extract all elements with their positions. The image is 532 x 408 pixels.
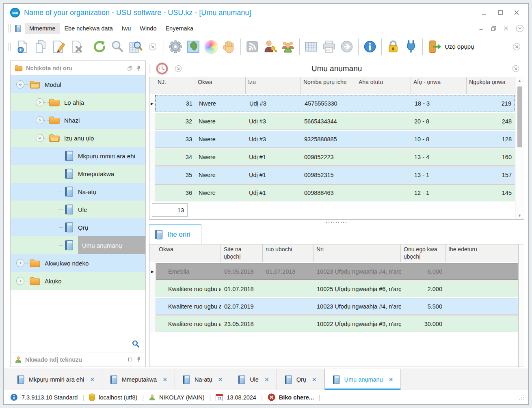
col-izu[interactable]: Izu	[246, 77, 301, 94]
tree-item-izu-anu-ulo[interactable]: Ịzụ anụ ụlọ	[11, 129, 145, 147]
close-tab-icon[interactable]: ✕	[90, 376, 95, 383]
table-row[interactable]: ▶ Emebila 09.05.2018 01.07.2018 10023 Ụf…	[149, 263, 518, 280]
collapse-icon[interactable]	[16, 80, 24, 89]
mdi-restore-button[interactable]	[491, 26, 497, 32]
close-tab-icon[interactable]: ✕	[312, 376, 317, 383]
search-in-table-button[interactable]	[126, 38, 144, 56]
print-button[interactable]	[320, 38, 338, 56]
toolbar-grip[interactable]	[9, 43, 11, 51]
expand-icon[interactable]	[36, 116, 44, 124]
go-next-button[interactable]	[338, 38, 356, 56]
scroll-down-icon[interactable]: ▼	[518, 213, 521, 218]
tree-item-akuko[interactable]: Akụkọ	[11, 272, 145, 290]
expand-icon[interactable]	[16, 277, 24, 285]
table-row[interactable]: 34 Nwere Ụdị #1 009852223 13 - 4 160	[149, 149, 515, 166]
window-tab-mmeputakwa[interactable]: Mmeputakwa ✕	[102, 369, 175, 390]
feed-button[interactable]	[243, 38, 261, 56]
tree-item-ule[interactable]: Ule	[11, 201, 145, 218]
col-ihe-edeturu[interactable]: Ihe edeturu	[445, 244, 518, 262]
exit-button[interactable]: Ụzọ ọpụpụ	[425, 39, 476, 54]
copy-record-button[interactable]	[32, 38, 50, 56]
collapse-icon[interactable]	[36, 134, 44, 142]
close-tab-icon[interactable]: ✕	[389, 376, 394, 383]
tree-search-icon[interactable]	[132, 340, 140, 348]
menu-windo[interactable]: Windo	[135, 23, 161, 34]
col-nri[interactable]: Nri	[314, 244, 401, 262]
database-label[interactable]: localhost (utf8)	[99, 394, 137, 401]
user-access-button[interactable]	[261, 38, 279, 56]
tree-item-modul[interactable]: Modul	[11, 76, 145, 93]
maximize-button[interactable]	[494, 8, 506, 17]
color-theme-button[interactable]	[202, 38, 220, 56]
window-tab-ule[interactable]: Ule ✕	[230, 369, 277, 390]
col-ruo-ubochi[interactable]: ruo ụbọchị	[263, 244, 314, 262]
support-panel-header[interactable]: Nkwado ndị teknuzu	[11, 352, 145, 367]
scroll-up-icon[interactable]: ▲	[518, 78, 521, 83]
menu-mmemme[interactable]: Mmemme	[25, 23, 60, 34]
table-view-button[interactable]	[302, 38, 320, 56]
user-label[interactable]: NIKOLAY (MAIN)	[159, 394, 204, 401]
close-tab-icon[interactable]: ✕	[264, 376, 269, 383]
panel-restore-icon[interactable]	[127, 65, 133, 71]
tree-item-oru[interactable]: Ọrụ	[11, 218, 145, 236]
panel-maximize-icon[interactable]	[128, 357, 133, 362]
menu-iwu[interactable]: Iwu	[117, 23, 136, 34]
toolbar1-overflow-chevron-icon[interactable]	[147, 41, 158, 52]
menu-ebe-nchekwa-data[interactable]: Ebe nchekwa data	[60, 23, 117, 34]
table-row[interactable]: Kwalitere ruo ugbu a 01.07.2018 10025 Ụf…	[149, 281, 518, 297]
col-onu-ego[interactable]: Ọnụ ego kwa ụbọchị	[401, 244, 445, 262]
minimize-button[interactable]	[478, 8, 490, 17]
lock-button[interactable]	[384, 38, 402, 56]
settings-gear-button[interactable]	[167, 38, 184, 56]
new-record-button[interactable]	[14, 38, 32, 56]
users-group-button[interactable]	[279, 38, 297, 56]
table-row[interactable]: 35 Nwere Ụdị #1 009852315 13 - 1 157	[149, 166, 515, 183]
table-row[interactable]: 36 Nwere Ụdị #1 009888463 12 - 1 145	[149, 184, 515, 201]
hand-drag-button[interactable]	[220, 38, 238, 56]
table-row[interactable]: Kwalitere ruo ugbu a 23.05.2018 10022 Ụf…	[149, 315, 518, 332]
close-tab-icon[interactable]: ✕	[218, 376, 223, 383]
info-button[interactable]	[361, 38, 379, 56]
col-site-na-ubochi[interactable]: Site na ụbọchị	[221, 244, 263, 262]
vertical-scrollbar-track[interactable]	[518, 244, 524, 367]
tree-item-na-atu[interactable]: Na-atụ	[11, 183, 145, 201]
scrollbar-thumb[interactable]	[517, 86, 522, 147]
mdi-minimize-button[interactable]	[478, 26, 484, 31]
menu-overflow-chevron-icon[interactable]	[515, 24, 524, 33]
expand-icon[interactable]	[36, 98, 44, 106]
tree-item-akwukwo-ndeko[interactable]: Akwụkwọ ndekọ	[11, 254, 145, 272]
col-nj[interactable]: NJ.	[155, 77, 195, 94]
table-row[interactable]: 32 Nwere Ụdị #3 5665434344 20 - 8 248	[149, 113, 515, 130]
search-button[interactable]	[108, 38, 126, 56]
edit-record-button[interactable]	[50, 38, 67, 56]
date-label[interactable]: 13.08.2024	[227, 394, 256, 401]
plug-button[interactable]	[402, 38, 420, 56]
table-row[interactable]: Kwalitere ruo ugbu a 02.07.2019 10023 Ụf…	[149, 298, 518, 315]
tree-item-mkpuru-mmiri-ara-ehi[interactable]: Mkpụrụ mmiri ara ehi	[11, 147, 145, 165]
col-okwa[interactable]: Ọkwa	[156, 244, 221, 262]
expand-icon[interactable]	[16, 259, 24, 267]
close-button[interactable]	[510, 8, 523, 17]
resize-grip[interactable]	[519, 395, 524, 400]
toolbar2-overflow-chevron-icon[interactable]	[511, 41, 522, 52]
window-tab-mkpuru[interactable]: Mkpụrụ mmiri ara ehi ✕	[9, 369, 102, 390]
menu-enyemaka[interactable]: Enyemaka	[161, 23, 198, 34]
mdi-close-button[interactable]	[503, 26, 509, 31]
table-row[interactable]: 33 Nwere Ụdị #3 9325888885 10 - 8 128	[149, 131, 515, 148]
panel-splitter[interactable]	[149, 220, 524, 225]
delete-record-button[interactable]	[67, 38, 85, 56]
tree-item-lo-ahia[interactable]: Lọ ahịa	[11, 93, 145, 111]
tree-item-nhazi[interactable]: Nhazi	[11, 111, 145, 129]
window-tab-na-atu[interactable]: Na-atụ ✕	[175, 369, 230, 390]
col-nomba[interactable]: Nọmba pụrụ iche	[301, 77, 356, 94]
col-afo-onwa[interactable]: Afọ - ọnwa	[411, 77, 467, 94]
window-tab-umu-anumanu-active[interactable]: Ụmụ anụmanụ ✕	[324, 369, 401, 390]
col-okwa[interactable]: Ọkwa	[195, 77, 246, 94]
close-tab-icon[interactable]: ✕	[162, 376, 167, 383]
col-aha-otutu[interactable]: Aha otutu	[356, 77, 411, 94]
tree-item-mmeputakwa[interactable]: Mmeputakwa	[11, 165, 145, 183]
toolbar-grip[interactable]	[9, 24, 11, 32]
tree-item-umu-anumanu[interactable]: Ụmụ anụmanụ	[11, 236, 145, 254]
window-tab-oru[interactable]: Ọrụ ✕	[277, 369, 324, 390]
refresh-button[interactable]	[91, 38, 108, 56]
